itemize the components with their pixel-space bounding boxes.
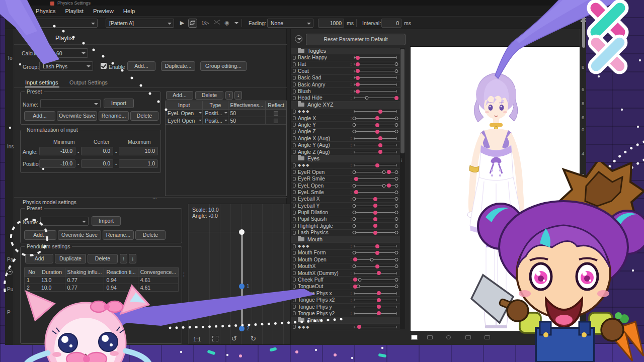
parameter-row[interactable]: Mouth Form: <box>291 250 400 256</box>
parameter-row[interactable]: ◆◆◆: <box>291 109 400 115</box>
parameter-row[interactable]: Highlight Jiggle: <box>291 223 400 229</box>
group-dropdown[interactable]: Lash Phys <box>39 61 93 71</box>
group-editing-button[interactable]: Group editing... <box>200 61 247 71</box>
parameter-row[interactable]: Hat: <box>291 61 400 68</box>
parameter-row[interactable]: Eyeball X: <box>291 196 400 203</box>
parameter-slider[interactable] <box>354 283 396 290</box>
preset-add-button[interactable]: Add... <box>24 111 55 121</box>
pendulum-row[interactable]: 2 10.0 0.77 0.94 4.61 <box>25 284 179 292</box>
pendulum-delete-button[interactable]: Delete <box>88 254 118 263</box>
pendulum-node-2[interactable] <box>239 326 245 331</box>
fading-dropdown[interactable]: None <box>267 19 313 28</box>
parameter-slider[interactable] <box>354 203 396 209</box>
pendulum-node-1[interactable] <box>239 284 245 289</box>
parameter-slider[interactable] <box>354 270 396 277</box>
fast-forward-icon[interactable]: ▷▷ <box>200 19 209 28</box>
duration-input[interactable]: 1000 <box>318 19 344 28</box>
parameter-slider[interactable] <box>354 229 396 236</box>
playlist-dropdown[interactable] <box>17 19 98 28</box>
parameter-slider[interactable] <box>354 149 396 155</box>
toolbar-chevron-icon[interactable] <box>232 19 241 28</box>
reaction-cell[interactable]: 0.94 <box>104 284 138 292</box>
parameter-slider[interactable] <box>354 169 396 175</box>
parameter-row[interactable]: Basic Angry: <box>291 81 400 88</box>
parameter-slider[interactable] <box>354 142 396 148</box>
status-icon-4[interactable] <box>485 335 490 339</box>
posx-max-field[interactable]: 1.0 <box>119 159 158 168</box>
parameter-slider[interactable] <box>354 304 396 310</box>
parameter-slider[interactable] <box>354 183 396 189</box>
parameter-folder-row[interactable]: Brows <box>291 317 400 324</box>
enable-checkbox[interactable] <box>101 63 107 69</box>
parameter-row[interactable]: ◆◆◆: <box>291 162 400 169</box>
interval-input[interactable]: 0 <box>381 19 401 28</box>
posx-min-field[interactable]: -10.0 <box>39 159 75 168</box>
parameter-row[interactable]: EyeR Open: <box>291 169 400 175</box>
parameter-row[interactable]: Tongue Phys y2: <box>291 310 400 317</box>
parameter-row[interactable]: EyeL Open: <box>291 183 400 189</box>
parameter-row[interactable]: Angle Y: <box>291 122 400 128</box>
pendulum-visualization[interactable]: Scale: 10.0 Angle: -0.0 1 2 1:1 ↺ ↻ <box>188 204 295 345</box>
duration-cell[interactable]: 10.0 <box>39 284 65 292</box>
parameter-scrollbar-handle[interactable] <box>400 49 405 153</box>
angle-min-field[interactable]: -10.0 <box>39 147 75 155</box>
model-canvas[interactable] <box>410 46 581 332</box>
parameter-slider[interactable] <box>354 290 396 297</box>
background-scrollbar-handle[interactable] <box>582 13 585 48</box>
group-add-button[interactable]: Add... <box>127 61 155 71</box>
parameter-folder-row[interactable]: Angle XYZ <box>291 102 400 108</box>
parameter-slider[interactable] <box>354 297 396 303</box>
more-indicator[interactable]: ... <box>152 194 157 200</box>
parameter-slider[interactable] <box>354 61 396 67</box>
parameter-slider[interactable] <box>354 310 396 317</box>
preset-rename-button[interactable]: Rename... <box>99 111 129 121</box>
duration-cell[interactable]: 13.0 <box>39 277 65 284</box>
convergence-cell[interactable]: 4.61 <box>138 277 178 284</box>
parameter-slider[interactable] <box>354 74 396 81</box>
posx-center-field[interactable]: 0.0 <box>81 159 113 168</box>
status-icon-3[interactable] <box>465 335 471 339</box>
model-preset-delete-button[interactable]: Delete <box>135 230 166 240</box>
parameter-slider[interactable] <box>354 189 396 196</box>
parameter-row[interactable]: Coat: <box>291 68 400 74</box>
parameter-slider[interactable] <box>354 122 396 128</box>
parameter-row[interactable]: MouthX (Dummy): <box>291 270 400 277</box>
parameter-slider[interactable] <box>354 108 396 115</box>
input-move-down-button[interactable]: ↓ <box>234 91 242 100</box>
parameter-row[interactable]: EyeL Smile: <box>291 189 400 196</box>
input-delete-button[interactable]: Delete <box>195 91 223 100</box>
parameter-slider[interactable] <box>354 209 396 216</box>
parameter-slider[interactable] <box>354 223 396 229</box>
parameter-slider[interactable] <box>354 175 396 182</box>
play-icon[interactable]: ▶ <box>178 19 187 28</box>
parameter-slider[interactable] <box>354 81 396 88</box>
parameter-slider[interactable] <box>354 256 396 263</box>
parameter-slider[interactable] <box>354 115 396 122</box>
tab-playlist[interactable]: Playlist <box>55 35 74 42</box>
parameter-slider[interactable] <box>354 216 396 222</box>
parameter-slider[interactable] <box>354 135 396 142</box>
parameter-slider[interactable] <box>354 324 396 330</box>
preset-name-dropdown[interactable] <box>40 99 101 108</box>
model-preset-add-button[interactable]: Add... <box>24 230 56 240</box>
parameter-row[interactable]: Angle Z: <box>291 129 400 135</box>
menu-playlist[interactable]: Playlist <box>65 8 83 14</box>
model-preset-rename-button[interactable]: Rename... <box>103 230 134 240</box>
group-duplicate-button[interactable]: Duplicate... <box>161 61 195 71</box>
parameter-row[interactable]: Angle Z (Aug): <box>291 149 400 155</box>
pattern-dropdown[interactable]: [Pattern A] <box>106 19 174 28</box>
record-icon[interactable]: ◉ <box>222 19 231 28</box>
panel-collapse-icon[interactable] <box>295 35 302 43</box>
parameter-row[interactable]: Mouth Open: <box>291 256 400 263</box>
menu-edit[interactable]: Edit <box>16 8 26 14</box>
parameter-row[interactable]: TongueOut: <box>291 284 400 290</box>
input-add-button[interactable]: Add... <box>166 91 193 100</box>
parameter-folder-row[interactable]: Toggles <box>291 48 400 54</box>
shaking-cell[interactable]: 0.77 <box>65 277 104 284</box>
input-move-up-button[interactable]: ↑ <box>225 91 233 100</box>
status-icon-1[interactable] <box>427 335 433 339</box>
parameter-row[interactable]: Blush: <box>291 88 400 95</box>
reset-parameters-button[interactable]: Reset Parameter to Default <box>306 34 406 45</box>
parameter-row[interactable]: Angle Y (Aug): <box>291 142 400 148</box>
parameter-row[interactable]: ◆◆◆: <box>291 243 400 249</box>
